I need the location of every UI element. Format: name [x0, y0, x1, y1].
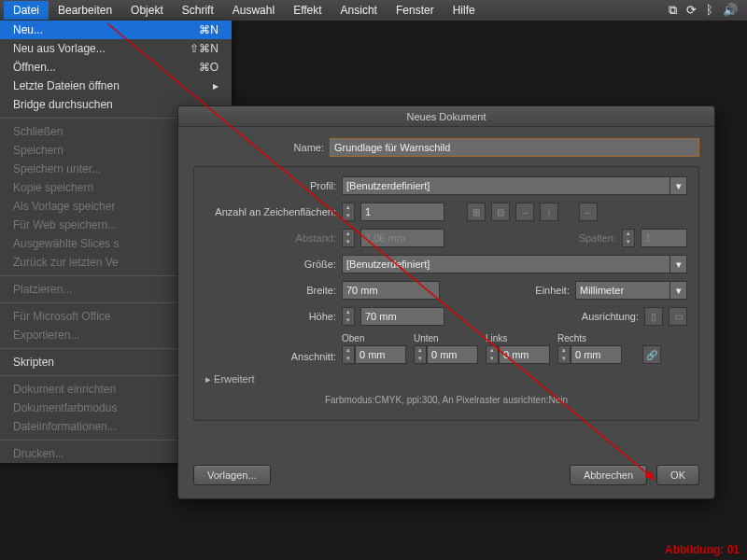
menubar: Datei Bearbeiten Objekt Schrift Auswahl …	[0, 0, 747, 21]
bleed-right-input[interactable]	[571, 345, 622, 364]
templates-button[interactable]: Vorlagen...	[193, 465, 271, 485]
menu-auswahl[interactable]: Auswahl	[223, 1, 284, 20]
columns-input	[641, 229, 687, 247]
dialog-title: Neues Dokument	[178, 106, 714, 127]
spacing-label: Abstand:	[205, 232, 336, 244]
chevron-down-icon: ▾	[669, 177, 686, 194]
bleed-label: Anschnitt:	[205, 351, 336, 362]
spacing-input	[360, 229, 444, 247]
menu-fenster[interactable]: Fenster	[387, 1, 444, 20]
cancel-button[interactable]: Abbrechen	[570, 465, 647, 485]
artboards-label: Anzahl an Zeichenflächen:	[205, 206, 336, 217]
size-label: Größe:	[205, 259, 336, 270]
name-label: Name:	[193, 142, 324, 153]
file-menu-open[interactable]: Öffnen...⌘O	[0, 58, 232, 77]
height-label: Höhe:	[205, 311, 336, 322]
spacing-stepper: ▴▾	[342, 229, 355, 247]
arrange-down-icon[interactable]: ↓	[540, 203, 558, 221]
units-select[interactable]: Millimeter▾	[575, 281, 687, 300]
arrange-right-icon[interactable]: →	[515, 203, 534, 221]
name-input[interactable]	[330, 138, 699, 157]
chevron-down-icon: ▾	[669, 282, 686, 299]
volume-icon: 🔊	[723, 3, 738, 18]
bleed-top-label: Oben	[342, 333, 406, 343]
menu-effekt[interactable]: Effekt	[284, 1, 331, 20]
orientation-label: Ausrichtung:	[582, 311, 639, 322]
grid-row-icon[interactable]: ⊞	[467, 203, 486, 221]
bleed-left-stepper[interactable]: ▴▾	[486, 345, 499, 364]
document-summary: Farbmodus:CMYK, ppi:300, An Pixelraster …	[205, 395, 687, 405]
columns-stepper: ▴▾	[622, 229, 635, 247]
bleed-right-label: Rechts	[557, 333, 622, 343]
file-menu-new-template[interactable]: Neu aus Vorlage...⇧⌘N	[0, 39, 232, 58]
height-stepper[interactable]: ▴▾	[342, 307, 355, 326]
bleed-bottom-label: Unten	[414, 333, 478, 343]
width-label: Breite:	[205, 285, 336, 296]
advanced-disclosure[interactable]: Erweitert	[205, 373, 687, 385]
sync-icon: ⟳	[686, 3, 697, 18]
width-input[interactable]	[342, 281, 440, 300]
new-document-dialog: Neues Dokument Name: Profil: [Benutzerde…	[177, 105, 715, 499]
menu-datei[interactable]: Datei	[4, 1, 49, 20]
bleed-left-input[interactable]	[499, 345, 550, 364]
bleed-right-stepper[interactable]: ▴▾	[557, 345, 571, 364]
columns-label: Spalten:	[579, 232, 616, 244]
bleed-bottom-stepper[interactable]: ▴▾	[414, 345, 427, 364]
orientation-portrait-icon[interactable]: ▯	[644, 307, 663, 326]
file-menu-recent[interactable]: Letzte Dateien öffnen▸	[0, 77, 232, 95]
ok-button[interactable]: OK	[656, 465, 699, 485]
menu-objekt[interactable]: Objekt	[121, 1, 173, 20]
chevron-down-icon: ▾	[669, 256, 686, 273]
chevron-right-icon: ▸	[213, 78, 218, 93]
orientation-landscape-icon[interactable]: ▭	[669, 307, 687, 326]
height-input[interactable]	[360, 307, 444, 326]
bleed-link-icon[interactable]: 🔗	[642, 345, 661, 364]
bleed-bottom-input[interactable]	[427, 345, 478, 364]
bleed-left-label: Links	[486, 333, 550, 343]
bleed-top-stepper[interactable]: ▴▾	[342, 345, 355, 364]
bleed-top-input[interactable]	[355, 345, 406, 364]
profile-select[interactable]: [Benutzerdefiniert]▾	[342, 176, 687, 195]
menu-hilfe[interactable]: Hilfe	[444, 1, 485, 20]
menu-ansicht[interactable]: Ansicht	[331, 1, 387, 20]
artboards-stepper[interactable]: ▴▾	[342, 203, 355, 221]
bluetooth-icon: ᛒ	[706, 3, 713, 18]
grid-col-icon[interactable]: ⊟	[491, 203, 510, 221]
arrange-left-icon[interactable]: ←	[579, 203, 598, 221]
system-tray: ⧉ ⟳ ᛒ 🔊	[669, 3, 743, 18]
file-menu-new[interactable]: Neu...⌘N	[0, 21, 232, 39]
menu-bearbeiten[interactable]: Bearbeiten	[49, 1, 121, 20]
figure-caption: Abbildung: 01	[665, 543, 740, 556]
settings-panel: Profil: [Benutzerdefiniert]▾ Anzahl an Z…	[193, 166, 699, 421]
dropbox-icon: ⧉	[669, 3, 677, 18]
profile-label: Profil:	[205, 180, 336, 191]
menu-schrift[interactable]: Schrift	[173, 1, 223, 20]
size-select[interactable]: [Benutzerdefiniert]▾	[342, 255, 687, 273]
units-label: Einheit:	[535, 285, 570, 296]
artboards-input[interactable]	[360, 203, 444, 221]
